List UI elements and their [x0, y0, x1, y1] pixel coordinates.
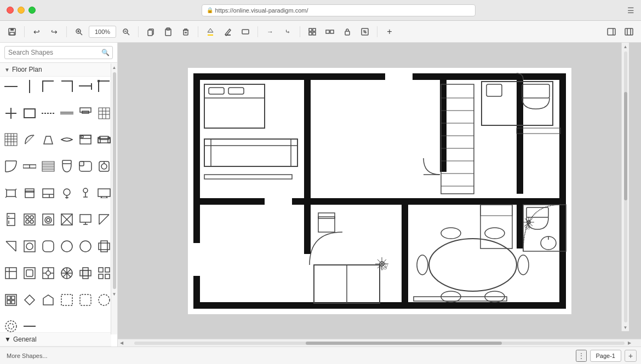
- shape-t-wall[interactable]: [3, 106, 19, 121]
- shape-desk[interactable]: [41, 186, 56, 201]
- lock-button[interactable]: [340, 25, 355, 39]
- connector-button[interactable]: →: [262, 25, 278, 39]
- menu-icon[interactable]: ☰: [627, 6, 634, 15]
- shape-shape9[interactable]: [22, 292, 37, 308]
- fill-button[interactable]: [203, 25, 218, 39]
- undo-button[interactable]: ↩: [29, 25, 44, 39]
- shape-shape3[interactable]: [22, 265, 37, 281]
- shape-sofa[interactable]: [96, 132, 112, 147]
- shape-door[interactable]: [3, 159, 19, 174]
- zoom-out-button[interactable]: [118, 25, 134, 39]
- h-scroll-track[interactable]: [134, 342, 625, 345]
- shape-dbl-line-h[interactable]: [59, 106, 75, 121]
- shape-shape1[interactable]: [96, 239, 112, 254]
- zoom-value[interactable]: 100%: [89, 26, 116, 38]
- shape-window[interactable]: [22, 159, 37, 174]
- shape-wall-v[interactable]: [22, 79, 37, 94]
- shape-tv[interactable]: [96, 186, 112, 201]
- shape-lamp[interactable]: [78, 186, 93, 201]
- scroll-thumb[interactable]: [113, 72, 116, 289]
- close-button[interactable]: [7, 7, 14, 14]
- shape-trap[interactable]: [41, 132, 56, 147]
- shape-eye[interactable]: [59, 132, 75, 147]
- more-shapes-link[interactable]: More Shapes...: [4, 351, 50, 360]
- shape-shape2[interactable]: [3, 265, 19, 281]
- arrange-button[interactable]: [322, 25, 337, 39]
- shape-stair[interactable]: [41, 159, 56, 174]
- shape-rounded3[interactable]: [78, 239, 93, 254]
- paste-button[interactable]: [161, 25, 176, 39]
- shape-bath[interactable]: [78, 159, 93, 174]
- shape-corner-tr[interactable]: [59, 79, 75, 94]
- scroll-up-arrow[interactable]: ▲: [111, 63, 118, 71]
- shape-shape10[interactable]: [41, 292, 56, 308]
- group-button[interactable]: [305, 25, 320, 39]
- floor-plan-section[interactable]: ▼ Floor Plan: [0, 63, 117, 77]
- shape-shape5[interactable]: [59, 265, 75, 281]
- v-scroll-down-arrow[interactable]: ▼: [622, 323, 629, 331]
- general-section[interactable]: ▼ General: [0, 332, 111, 346]
- shape-rounded1[interactable]: [41, 239, 56, 254]
- maximize-button[interactable]: [28, 7, 36, 14]
- line-color-button[interactable]: [220, 25, 236, 39]
- vertical-canvas-scrollbar[interactable]: ▲ ▼: [621, 43, 629, 331]
- shape-shape7[interactable]: [96, 265, 112, 281]
- shape-shape8[interactable]: [3, 292, 19, 308]
- shape-misc3[interactable]: [96, 292, 112, 308]
- shape-curved[interactable]: [22, 132, 37, 147]
- add-button[interactable]: +: [382, 25, 397, 39]
- search-input[interactable]: [4, 46, 113, 59]
- url-bar[interactable]: 🔒 https://online.visual-paradigm.com/: [202, 4, 476, 16]
- page-tab[interactable]: Page-1: [590, 350, 621, 362]
- resize-button[interactable]: [357, 25, 373, 39]
- shape-washer[interactable]: [41, 212, 56, 227]
- shape-wall-h[interactable]: [3, 79, 19, 94]
- shape-plant[interactable]: [59, 186, 75, 201]
- page-options-button[interactable]: ⋮: [576, 350, 587, 362]
- v-scroll-track[interactable]: [624, 51, 627, 322]
- shape-corner1[interactable]: [96, 212, 112, 227]
- shape-rect-room[interactable]: [22, 106, 37, 121]
- shape-computer[interactable]: [78, 212, 93, 227]
- shape-rounded2[interactable]: [59, 239, 75, 254]
- shape-dash-h[interactable]: [41, 106, 56, 121]
- shape-floor-x[interactable]: [59, 212, 75, 227]
- h-scroll-thumb[interactable]: [306, 342, 502, 345]
- shape-shape6[interactable]: [78, 265, 93, 281]
- waypoint-button[interactable]: ⤷: [280, 25, 295, 39]
- shape-misc1[interactable]: [59, 292, 75, 308]
- shape-bed[interactable]: [78, 132, 93, 147]
- rect-style-button[interactable]: [238, 25, 253, 39]
- vertical-scrollbar[interactable]: ▲ ▼: [111, 63, 117, 334]
- shape-chair[interactable]: [22, 186, 37, 201]
- add-page-button[interactable]: +: [625, 350, 637, 362]
- save-button[interactable]: [4, 25, 20, 39]
- delete-button[interactable]: [178, 25, 193, 39]
- shape-shape4[interactable]: [41, 265, 56, 281]
- shape-table[interactable]: [3, 186, 19, 201]
- shape-l-wall[interactable]: [96, 79, 112, 94]
- shape-stove[interactable]: [22, 212, 37, 227]
- horizontal-canvas-scrollbar[interactable]: ◀ ▶: [118, 339, 641, 346]
- zoom-in-button[interactable]: [71, 25, 87, 39]
- shape-wall-end[interactable]: [78, 79, 93, 94]
- shape-hex[interactable]: [22, 239, 37, 254]
- shape-sink[interactable]: [96, 159, 112, 174]
- layout-toggle-button[interactable]: [621, 25, 637, 39]
- shape-grid-2[interactable]: [3, 132, 19, 147]
- h-scroll-right-arrow[interactable]: ▶: [626, 339, 633, 347]
- canvas-inner[interactable]: ✿ ✿: [118, 43, 641, 339]
- shape-fridge[interactable]: [3, 212, 19, 227]
- panel-toggle-button[interactable]: [604, 25, 619, 39]
- shape-misc2[interactable]: [78, 292, 93, 308]
- shape-grid-1[interactable]: [96, 106, 112, 121]
- shape-toilet[interactable]: [59, 159, 75, 174]
- redo-button[interactable]: ↪: [47, 25, 62, 39]
- copy-button[interactable]: [143, 25, 158, 39]
- v-scroll-up-arrow[interactable]: ▲: [622, 43, 629, 50]
- scroll-down-arrow[interactable]: ▼: [111, 290, 118, 298]
- shape-wall-b1[interactable]: [78, 106, 93, 121]
- v-scroll-thumb[interactable]: [624, 92, 627, 200]
- minimize-button[interactable]: [18, 7, 25, 14]
- shape-corner-tl[interactable]: [41, 79, 56, 94]
